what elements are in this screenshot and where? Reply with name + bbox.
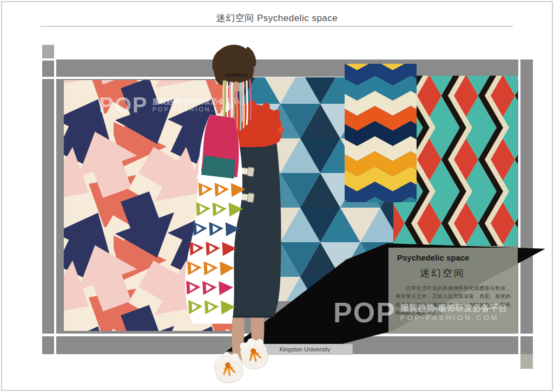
- pop-logo: POP: [99, 93, 148, 117]
- infobox-title-cn: 迷幻空间: [420, 267, 518, 280]
- watermark-site: POP-FASHION.COM: [152, 106, 239, 114]
- watermark-tagline: 服装趋势-服饰研发必备平台: [400, 303, 507, 314]
- watermark-site: POP-FASHION.COM: [400, 314, 507, 322]
- mood-board-graphic: [0, 0, 554, 392]
- watermark-tagline: 服装趋势-服饰研发必备平台: [152, 97, 239, 106]
- trend-board-page: 迷幻空间 Psychedelic space: [0, 0, 554, 392]
- pattern-swatch-chevron: [345, 64, 417, 202]
- page-title: 迷幻空间 Psychedelic space: [0, 12, 554, 24]
- university-caption-text: Kingston University: [279, 346, 330, 353]
- title-divider: [41, 26, 513, 26]
- pop-watermark-top: POP 服装趋势-服饰研发必备平台 POP-FASHION.COM: [99, 93, 239, 117]
- university-caption: Kingston University: [257, 344, 353, 355]
- infobox-title-en: Psychedelic space: [397, 253, 518, 262]
- pop-watermark-bottom: POP 服装趋势-服饰研发必备平台 POP-FASHION.COM: [333, 296, 507, 329]
- pop-logo: POP: [333, 296, 396, 329]
- pattern-swatch-pinwheel-arrows: [64, 80, 241, 331]
